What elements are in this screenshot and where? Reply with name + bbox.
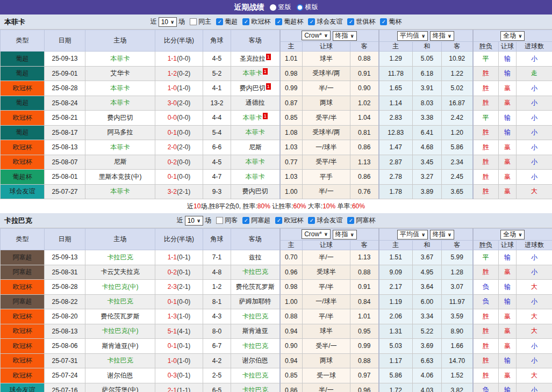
away-team[interactable]: 卡拉巴克	[242, 372, 268, 379]
recent-count-select[interactable]: 10∨	[159, 17, 177, 27]
away-team[interactable]: 本菲卡	[243, 114, 262, 121]
home-team[interactable]: 尼斯	[114, 158, 127, 165]
away-team[interactable]: 费内巴切	[242, 187, 268, 195]
result-outcome: 负	[473, 383, 499, 392]
away-team[interactable]: 本菲卡	[246, 173, 265, 180]
home-team[interactable]: 费内巴切	[107, 114, 133, 121]
away-team[interactable]: 卡拉巴克	[242, 342, 268, 350]
home-team[interactable]: 卡拉巴克	[107, 297, 133, 305]
avg-home: 2.83	[379, 111, 413, 126]
away-team-cell: 通德拉	[231, 96, 280, 111]
away-team[interactable]: 尼斯	[249, 143, 262, 151]
home-team[interactable]: 谢尔伯恩	[107, 372, 133, 379]
home-team[interactable]: 卡拉巴克(中)	[102, 327, 139, 335]
full-time-score[interactable]: 5-1	[168, 328, 177, 335]
away-team[interactable]: 通德拉	[246, 99, 265, 106]
home-team[interactable]: 本菲卡	[111, 55, 130, 62]
home-team[interactable]: 本菲卡	[111, 84, 130, 92]
full-time-score[interactable]: 1-0	[168, 84, 177, 92]
league-checkbox[interactable]: ✓	[275, 18, 282, 25]
full-time-score[interactable]: 1-3	[168, 313, 177, 320]
home-team[interactable]: 卡拉巴克(中)	[102, 283, 139, 291]
away-team[interactable]: 费伦茨瓦罗斯	[236, 283, 275, 291]
away-team[interactable]: 兹拉	[249, 253, 262, 261]
full-time-score[interactable]: 1-1	[168, 253, 177, 261]
team-name[interactable]: 卡拉巴克	[4, 216, 32, 226]
full-time-score[interactable]: 2-3	[168, 283, 177, 291]
scope-select[interactable]: 全场∨	[500, 31, 525, 41]
home-team[interactable]: 艾华卡	[111, 69, 130, 77]
away-team[interactable]: 本菲卡	[246, 158, 265, 165]
home-team[interactable]: 卡拉巴克	[107, 357, 133, 364]
avg-time-select[interactable]: 终指∨	[430, 31, 454, 41]
recent-count-select[interactable]: 10∨	[185, 216, 204, 226]
league-checkbox[interactable]: ✓	[216, 18, 223, 25]
full-time-score[interactable]: 0-2	[168, 158, 177, 166]
full-time-score[interactable]: 3-2	[168, 188, 177, 195]
away-team[interactable]: 卡拉巴克	[242, 313, 268, 320]
league-checkbox[interactable]: ✓	[308, 18, 315, 25]
odds-source-select[interactable]: Crow*∨	[302, 31, 331, 40]
full-time-score[interactable]: 1-0	[168, 357, 177, 365]
avg-source-select[interactable]: 平均值∨	[397, 230, 428, 239]
full-time-score[interactable]: 0-1	[168, 298, 177, 306]
home-team[interactable]: 萨尔茨堡(中)	[102, 386, 139, 392]
league-checkbox[interactable]: ✓	[347, 18, 354, 25]
odds-time-select[interactable]: 终指∨	[333, 230, 357, 239]
away-team[interactable]: 圣克拉拉	[240, 55, 266, 62]
league-checkbox[interactable]: ✓	[242, 18, 249, 25]
full-time-score[interactable]: 1-1	[168, 55, 177, 62]
home-team[interactable]: 里斯本竞技(中)	[99, 173, 142, 180]
home-team[interactable]: 费伦茨瓦罗斯	[101, 313, 140, 320]
home-team[interactable]: 本菲卡	[111, 187, 130, 195]
away-team[interactable]: 谢尔伯恩	[242, 357, 268, 364]
half-time-score: (2-0)	[177, 99, 190, 107]
half-time-score: (0-0)	[177, 55, 190, 62]
full-time-score[interactable]: 3-0	[168, 99, 177, 107]
league-checkbox[interactable]: ✓	[347, 217, 354, 224]
home-team[interactable]: 阿马多拉	[107, 128, 133, 136]
home-team[interactable]: 卡拉巴克	[107, 253, 133, 261]
home-team[interactable]: 本菲卡	[111, 143, 130, 151]
league-type-badge: 葡超	[1, 96, 45, 111]
odds-source-select[interactable]: Crow*∨	[302, 229, 331, 239]
full-time-score[interactable]: 0-3	[168, 372, 177, 379]
avg-source-select[interactable]: 平均值∨	[397, 31, 428, 41]
league-checkbox[interactable]: ✓	[380, 18, 387, 25]
away-team[interactable]: 卡拉巴克	[242, 386, 268, 392]
same-venue-checkbox[interactable]	[190, 18, 197, 25]
odds-away: 1.13	[350, 250, 379, 265]
away-team[interactable]: 本菲卡	[243, 69, 262, 77]
home-team[interactable]: 斯肯迪亚(中)	[102, 342, 139, 350]
result-outcome: 胜	[473, 368, 499, 383]
odds-time-select[interactable]: 终指∨	[333, 31, 357, 41]
layout-horizontal-option[interactable]: 横版	[297, 3, 318, 12]
league-checkbox[interactable]: ✓	[242, 217, 249, 224]
away-team[interactable]: 费内巴切	[240, 84, 266, 92]
radio-selected-icon	[270, 4, 276, 11]
away-team[interactable]: 卡拉巴克	[242, 268, 268, 275]
full-time-score[interactable]: 0-0	[168, 114, 177, 121]
home-team[interactable]: 本菲卡	[111, 99, 130, 106]
full-time-score[interactable]: 0-1	[168, 129, 177, 136]
home-team[interactable]: 卡云艾夫拉克	[101, 268, 140, 275]
avg-draw: 3.69	[413, 339, 442, 354]
away-team[interactable]: 斯肯迪亚	[242, 327, 268, 335]
league-checkbox[interactable]: ✓	[275, 217, 282, 224]
full-time-score[interactable]: 2-1	[168, 387, 177, 392]
avg-time-select[interactable]: 终指∨	[430, 230, 454, 239]
avg-home: 11.78	[379, 66, 413, 81]
full-time-score[interactable]: 2-0	[168, 143, 177, 151]
scope-select[interactable]: 全场∨	[500, 230, 525, 239]
layout-vertical-option[interactable]: 竖版	[270, 3, 291, 12]
full-time-score[interactable]: 0-2	[168, 268, 177, 276]
odds-handicap: 受球半	[303, 265, 350, 280]
league-checkbox[interactable]: ✓	[308, 217, 315, 224]
full-time-score[interactable]: 0-1	[168, 173, 177, 180]
team-name[interactable]: 本菲卡	[4, 17, 25, 27]
away-team[interactable]: 萨姆加耶特	[239, 297, 271, 305]
away-team[interactable]: 本菲卡	[246, 128, 265, 136]
full-time-score[interactable]: 0-1	[168, 342, 177, 350]
same-venue-checkbox[interactable]	[216, 217, 223, 224]
full-time-score[interactable]: 1-2	[168, 70, 177, 77]
